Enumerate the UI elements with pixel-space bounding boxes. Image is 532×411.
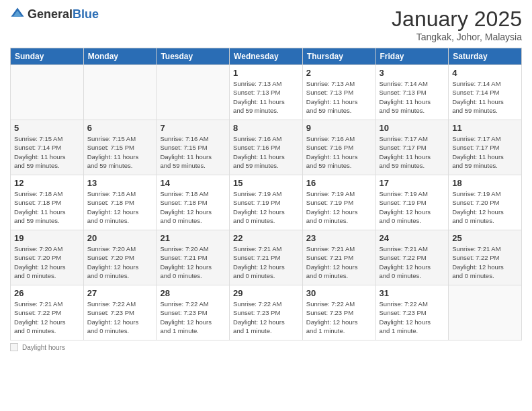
table-row: 17Sunrise: 7:19 AM Sunset: 7:19 PM Dayli… [375, 175, 449, 230]
day-info: Sunrise: 7:16 AM Sunset: 7:16 PM Dayligh… [233, 134, 299, 170]
day-number: 25 [452, 233, 518, 243]
day-info: Sunrise: 7:22 AM Sunset: 7:23 PM Dayligh… [380, 300, 445, 335]
day-number: 21 [160, 233, 226, 243]
table-row: 20Sunrise: 7:20 AM Sunset: 7:20 PM Dayli… [83, 230, 157, 285]
day-number: 14 [160, 178, 226, 188]
day-info: Sunrise: 7:15 AM Sunset: 7:15 PM Dayligh… [87, 134, 153, 170]
table-row: 24Sunrise: 7:21 AM Sunset: 7:22 PM Dayli… [375, 230, 449, 285]
table-row: 31Sunrise: 7:22 AM Sunset: 7:23 PM Dayli… [375, 285, 449, 340]
table-row: 9Sunrise: 7:16 AM Sunset: 7:16 PM Daylig… [302, 120, 375, 175]
day-info: Sunrise: 7:13 AM Sunset: 7:13 PM Dayligh… [306, 79, 372, 115]
table-row: 28Sunrise: 7:22 AM Sunset: 7:23 PM Dayli… [157, 285, 230, 340]
day-number: 29 [233, 288, 299, 298]
day-info: Sunrise: 7:16 AM Sunset: 7:15 PM Dayligh… [160, 134, 226, 170]
day-info: Sunrise: 7:20 AM Sunset: 7:21 PM Dayligh… [160, 244, 226, 280]
day-info: Sunrise: 7:20 AM Sunset: 7:20 PM Dayligh… [14, 244, 80, 280]
footer-note: Daylight hours [10, 343, 522, 351]
day-info: Sunrise: 7:14 AM Sunset: 7:13 PM Dayligh… [380, 79, 445, 115]
calendar-week-row: 12Sunrise: 7:18 AM Sunset: 7:18 PM Dayli… [11, 175, 522, 230]
day-info: Sunrise: 7:22 AM Sunset: 7:23 PM Dayligh… [87, 300, 153, 335]
table-row: 21Sunrise: 7:20 AM Sunset: 7:21 PM Dayli… [157, 230, 230, 285]
title-block: January 2025 Tangkak, Johor, Malaysia [392, 7, 522, 42]
table-row: 11Sunrise: 7:17 AM Sunset: 7:17 PM Dayli… [449, 120, 522, 175]
day-info: Sunrise: 7:22 AM Sunset: 7:23 PM Dayligh… [306, 300, 372, 335]
logo-blue: Blue [73, 7, 99, 21]
day-info: Sunrise: 7:14 AM Sunset: 7:14 PM Dayligh… [452, 79, 518, 115]
calendar-header-row: Sunday Monday Tuesday Wednesday Thursday… [11, 48, 522, 65]
table-row: 15Sunrise: 7:19 AM Sunset: 7:19 PM Dayli… [230, 175, 303, 230]
day-info: Sunrise: 7:21 AM Sunset: 7:22 PM Dayligh… [14, 300, 80, 335]
day-info: Sunrise: 7:22 AM Sunset: 7:23 PM Dayligh… [160, 300, 226, 335]
logo-general: General [28, 7, 73, 21]
day-info: Sunrise: 7:19 AM Sunset: 7:19 PM Dayligh… [233, 189, 299, 225]
table-row: 5Sunrise: 7:15 AM Sunset: 7:14 PM Daylig… [11, 120, 84, 175]
month-year: January 2025 [392, 7, 522, 32]
day-number: 15 [233, 178, 299, 188]
table-row: 25Sunrise: 7:21 AM Sunset: 7:22 PM Dayli… [449, 230, 522, 285]
calendar-week-row: 26Sunrise: 7:21 AM Sunset: 7:22 PM Dayli… [11, 285, 522, 340]
day-number: 13 [87, 178, 153, 188]
table-row: 29Sunrise: 7:22 AM Sunset: 7:23 PM Dayli… [230, 285, 303, 340]
logo-icon [10, 7, 25, 21]
day-info: Sunrise: 7:18 AM Sunset: 7:18 PM Dayligh… [14, 189, 80, 225]
day-number: 23 [306, 233, 372, 243]
day-number: 24 [380, 233, 445, 243]
day-info: Sunrise: 7:21 AM Sunset: 7:22 PM Dayligh… [380, 244, 445, 280]
table-row: 18Sunrise: 7:19 AM Sunset: 7:20 PM Dayli… [449, 175, 522, 230]
day-number: 20 [87, 233, 153, 243]
day-number: 18 [452, 178, 518, 188]
day-info: Sunrise: 7:21 AM Sunset: 7:21 PM Dayligh… [306, 244, 372, 280]
daylight-label: Daylight hours [22, 344, 65, 351]
day-number: 22 [233, 233, 299, 243]
day-number: 8 [233, 123, 299, 133]
day-info: Sunrise: 7:22 AM Sunset: 7:23 PM Dayligh… [233, 300, 299, 335]
day-info: Sunrise: 7:19 AM Sunset: 7:19 PM Dayligh… [380, 189, 445, 225]
col-friday: Friday [375, 48, 449, 65]
table-row: 22Sunrise: 7:21 AM Sunset: 7:21 PM Dayli… [230, 230, 303, 285]
day-number: 28 [160, 288, 226, 298]
table-row: 23Sunrise: 7:21 AM Sunset: 7:21 PM Dayli… [302, 230, 375, 285]
table-row: 30Sunrise: 7:22 AM Sunset: 7:23 PM Dayli… [302, 285, 375, 340]
page: GeneralBlue January 2025 Tangkak, Johor,… [0, 0, 532, 411]
table-row: 7Sunrise: 7:16 AM Sunset: 7:15 PM Daylig… [157, 120, 230, 175]
table-row: 4Sunrise: 7:14 AM Sunset: 7:14 PM Daylig… [449, 65, 522, 120]
col-monday: Monday [83, 48, 157, 65]
day-number: 6 [87, 123, 153, 133]
day-info: Sunrise: 7:18 AM Sunset: 7:18 PM Dayligh… [87, 189, 153, 225]
table-row: 2Sunrise: 7:13 AM Sunset: 7:13 PM Daylig… [302, 65, 375, 120]
calendar-table: Sunday Monday Tuesday Wednesday Thursday… [10, 48, 522, 340]
logo-text: GeneralBlue [28, 7, 99, 21]
day-number: 16 [306, 178, 372, 188]
col-sunday: Sunday [11, 48, 84, 65]
day-number: 1 [233, 68, 299, 78]
day-number: 7 [160, 123, 226, 133]
table-row: 8Sunrise: 7:16 AM Sunset: 7:16 PM Daylig… [230, 120, 303, 175]
day-number: 19 [14, 233, 80, 243]
day-number: 9 [306, 123, 372, 133]
table-row: 6Sunrise: 7:15 AM Sunset: 7:15 PM Daylig… [83, 120, 157, 175]
table-row: 19Sunrise: 7:20 AM Sunset: 7:20 PM Dayli… [11, 230, 84, 285]
day-number: 2 [306, 68, 372, 78]
table-row: 27Sunrise: 7:22 AM Sunset: 7:23 PM Dayli… [83, 285, 157, 340]
calendar-week-row: 5Sunrise: 7:15 AM Sunset: 7:14 PM Daylig… [11, 120, 522, 175]
table-row [449, 285, 522, 340]
table-row: 14Sunrise: 7:18 AM Sunset: 7:18 PM Dayli… [157, 175, 230, 230]
logo: GeneralBlue [10, 7, 99, 21]
day-info: Sunrise: 7:19 AM Sunset: 7:20 PM Dayligh… [452, 189, 518, 225]
day-number: 27 [87, 288, 153, 298]
col-saturday: Saturday [449, 48, 522, 65]
table-row [157, 65, 230, 120]
table-row: 10Sunrise: 7:17 AM Sunset: 7:17 PM Dayli… [375, 120, 449, 175]
col-wednesday: Wednesday [230, 48, 303, 65]
day-number: 5 [14, 123, 80, 133]
day-number: 26 [14, 288, 80, 298]
table-row: 13Sunrise: 7:18 AM Sunset: 7:18 PM Dayli… [83, 175, 157, 230]
location: Tangkak, Johor, Malaysia [392, 32, 522, 42]
daylight-swatch [10, 343, 18, 351]
day-number: 30 [306, 288, 372, 298]
col-thursday: Thursday [302, 48, 375, 65]
table-row: 12Sunrise: 7:18 AM Sunset: 7:18 PM Dayli… [11, 175, 84, 230]
day-info: Sunrise: 7:17 AM Sunset: 7:17 PM Dayligh… [380, 134, 445, 170]
day-info: Sunrise: 7:21 AM Sunset: 7:21 PM Dayligh… [233, 244, 299, 280]
day-number: 17 [380, 178, 445, 188]
